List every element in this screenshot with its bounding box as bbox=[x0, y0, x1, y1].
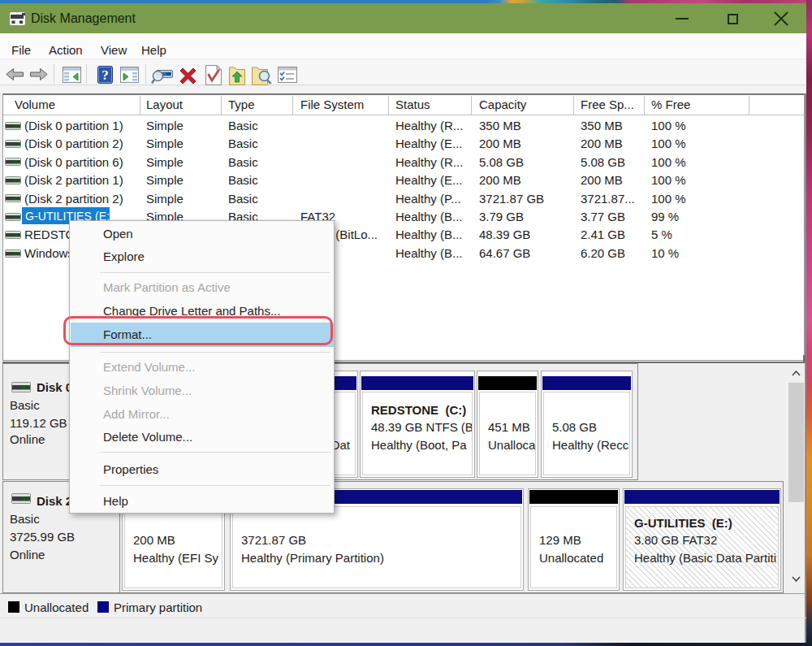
svg-text:?: ? bbox=[102, 67, 109, 83]
